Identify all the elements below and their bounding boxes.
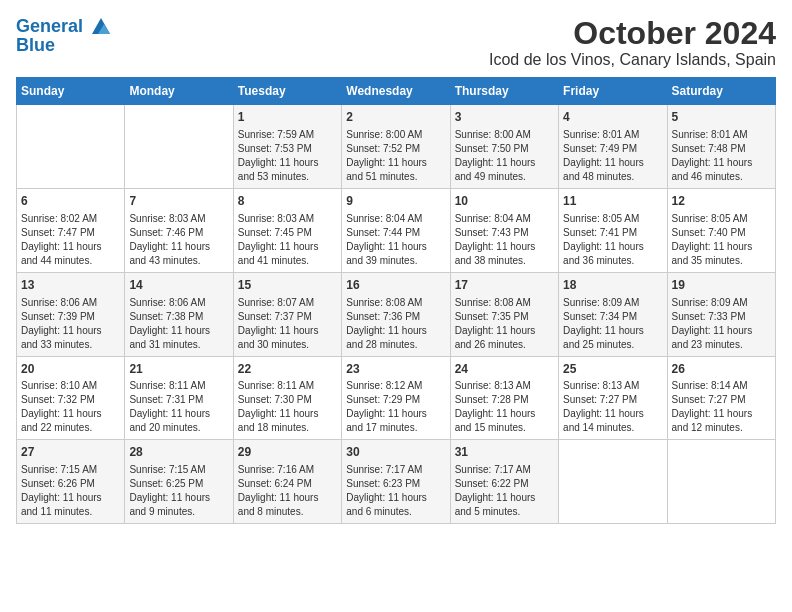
calendar-cell: 8Sunrise: 8:03 AMSunset: 7:45 PMDaylight… bbox=[233, 188, 341, 272]
header-wednesday: Wednesday bbox=[342, 78, 450, 105]
calendar-cell bbox=[17, 105, 125, 189]
cell-info: Sunrise: 8:04 AMSunset: 7:43 PMDaylight:… bbox=[455, 212, 554, 268]
calendar-cell: 13Sunrise: 8:06 AMSunset: 7:39 PMDayligh… bbox=[17, 272, 125, 356]
header-monday: Monday bbox=[125, 78, 233, 105]
calendar-cell: 31Sunrise: 7:17 AMSunset: 6:22 PMDayligh… bbox=[450, 440, 558, 524]
calendar-cell: 15Sunrise: 8:07 AMSunset: 7:37 PMDayligh… bbox=[233, 272, 341, 356]
cell-info: Sunrise: 7:16 AMSunset: 6:24 PMDaylight:… bbox=[238, 463, 337, 519]
calendar-cell: 1Sunrise: 7:59 AMSunset: 7:53 PMDaylight… bbox=[233, 105, 341, 189]
cell-info: Sunrise: 8:09 AMSunset: 7:33 PMDaylight:… bbox=[672, 296, 771, 352]
calendar-cell: 23Sunrise: 8:12 AMSunset: 7:29 PMDayligh… bbox=[342, 356, 450, 440]
cell-info: Sunrise: 7:17 AMSunset: 6:23 PMDaylight:… bbox=[346, 463, 445, 519]
day-number: 13 bbox=[21, 277, 120, 294]
day-number: 29 bbox=[238, 444, 337, 461]
header-thursday: Thursday bbox=[450, 78, 558, 105]
day-number: 31 bbox=[455, 444, 554, 461]
day-number: 14 bbox=[129, 277, 228, 294]
day-number: 19 bbox=[672, 277, 771, 294]
calendar-cell: 24Sunrise: 8:13 AMSunset: 7:28 PMDayligh… bbox=[450, 356, 558, 440]
cell-info: Sunrise: 7:17 AMSunset: 6:22 PMDaylight:… bbox=[455, 463, 554, 519]
calendar-cell: 4Sunrise: 8:01 AMSunset: 7:49 PMDaylight… bbox=[559, 105, 667, 189]
week-row-4: 20Sunrise: 8:10 AMSunset: 7:32 PMDayligh… bbox=[17, 356, 776, 440]
calendar-cell: 14Sunrise: 8:06 AMSunset: 7:38 PMDayligh… bbox=[125, 272, 233, 356]
calendar-cell: 19Sunrise: 8:09 AMSunset: 7:33 PMDayligh… bbox=[667, 272, 775, 356]
day-number: 4 bbox=[563, 109, 662, 126]
logo-blue: Blue bbox=[16, 36, 112, 56]
day-number: 12 bbox=[672, 193, 771, 210]
cell-info: Sunrise: 8:02 AMSunset: 7:47 PMDaylight:… bbox=[21, 212, 120, 268]
day-number: 24 bbox=[455, 361, 554, 378]
week-row-2: 6Sunrise: 8:02 AMSunset: 7:47 PMDaylight… bbox=[17, 188, 776, 272]
cell-info: Sunrise: 8:05 AMSunset: 7:41 PMDaylight:… bbox=[563, 212, 662, 268]
calendar-cell: 28Sunrise: 7:15 AMSunset: 6:25 PMDayligh… bbox=[125, 440, 233, 524]
cell-info: Sunrise: 8:03 AMSunset: 7:46 PMDaylight:… bbox=[129, 212, 228, 268]
calendar-cell: 18Sunrise: 8:09 AMSunset: 7:34 PMDayligh… bbox=[559, 272, 667, 356]
cell-info: Sunrise: 8:09 AMSunset: 7:34 PMDaylight:… bbox=[563, 296, 662, 352]
cell-info: Sunrise: 8:11 AMSunset: 7:31 PMDaylight:… bbox=[129, 379, 228, 435]
week-row-5: 27Sunrise: 7:15 AMSunset: 6:26 PMDayligh… bbox=[17, 440, 776, 524]
day-number: 10 bbox=[455, 193, 554, 210]
calendar-cell: 3Sunrise: 8:00 AMSunset: 7:50 PMDaylight… bbox=[450, 105, 558, 189]
calendar-cell: 2Sunrise: 8:00 AMSunset: 7:52 PMDaylight… bbox=[342, 105, 450, 189]
calendar-cell: 26Sunrise: 8:14 AMSunset: 7:27 PMDayligh… bbox=[667, 356, 775, 440]
cell-info: Sunrise: 7:15 AMSunset: 6:26 PMDaylight:… bbox=[21, 463, 120, 519]
calendar-cell: 9Sunrise: 8:04 AMSunset: 7:44 PMDaylight… bbox=[342, 188, 450, 272]
cell-info: Sunrise: 8:13 AMSunset: 7:28 PMDaylight:… bbox=[455, 379, 554, 435]
cell-info: Sunrise: 8:00 AMSunset: 7:52 PMDaylight:… bbox=[346, 128, 445, 184]
day-number: 9 bbox=[346, 193, 445, 210]
calendar-cell: 20Sunrise: 8:10 AMSunset: 7:32 PMDayligh… bbox=[17, 356, 125, 440]
calendar-title: October 2024 bbox=[489, 16, 776, 51]
day-number: 5 bbox=[672, 109, 771, 126]
calendar-cell: 11Sunrise: 8:05 AMSunset: 7:41 PMDayligh… bbox=[559, 188, 667, 272]
cell-info: Sunrise: 8:00 AMSunset: 7:50 PMDaylight:… bbox=[455, 128, 554, 184]
day-number: 17 bbox=[455, 277, 554, 294]
cell-info: Sunrise: 8:07 AMSunset: 7:37 PMDaylight:… bbox=[238, 296, 337, 352]
calendar-cell: 29Sunrise: 7:16 AMSunset: 6:24 PMDayligh… bbox=[233, 440, 341, 524]
week-row-1: 1Sunrise: 7:59 AMSunset: 7:53 PMDaylight… bbox=[17, 105, 776, 189]
cell-info: Sunrise: 8:11 AMSunset: 7:30 PMDaylight:… bbox=[238, 379, 337, 435]
day-number: 21 bbox=[129, 361, 228, 378]
day-number: 22 bbox=[238, 361, 337, 378]
calendar-cell: 17Sunrise: 8:08 AMSunset: 7:35 PMDayligh… bbox=[450, 272, 558, 356]
calendar-cell: 30Sunrise: 7:17 AMSunset: 6:23 PMDayligh… bbox=[342, 440, 450, 524]
day-number: 2 bbox=[346, 109, 445, 126]
title-block: October 2024 Icod de los Vinos, Canary I… bbox=[489, 16, 776, 69]
cell-info: Sunrise: 7:59 AMSunset: 7:53 PMDaylight:… bbox=[238, 128, 337, 184]
page-header: General Blue October 2024 Icod de los Vi… bbox=[16, 16, 776, 69]
calendar-cell: 16Sunrise: 8:08 AMSunset: 7:36 PMDayligh… bbox=[342, 272, 450, 356]
cell-info: Sunrise: 8:13 AMSunset: 7:27 PMDaylight:… bbox=[563, 379, 662, 435]
day-number: 30 bbox=[346, 444, 445, 461]
header-saturday: Saturday bbox=[667, 78, 775, 105]
calendar-cell: 21Sunrise: 8:11 AMSunset: 7:31 PMDayligh… bbox=[125, 356, 233, 440]
day-number: 28 bbox=[129, 444, 228, 461]
calendar-table: SundayMondayTuesdayWednesdayThursdayFrid… bbox=[16, 77, 776, 524]
day-number: 16 bbox=[346, 277, 445, 294]
cell-info: Sunrise: 8:08 AMSunset: 7:36 PMDaylight:… bbox=[346, 296, 445, 352]
day-number: 23 bbox=[346, 361, 445, 378]
day-number: 6 bbox=[21, 193, 120, 210]
header-sunday: Sunday bbox=[17, 78, 125, 105]
calendar-cell: 12Sunrise: 8:05 AMSunset: 7:40 PMDayligh… bbox=[667, 188, 775, 272]
cell-info: Sunrise: 8:03 AMSunset: 7:45 PMDaylight:… bbox=[238, 212, 337, 268]
calendar-cell bbox=[125, 105, 233, 189]
day-number: 27 bbox=[21, 444, 120, 461]
cell-info: Sunrise: 8:06 AMSunset: 7:39 PMDaylight:… bbox=[21, 296, 120, 352]
day-number: 25 bbox=[563, 361, 662, 378]
header-row: SundayMondayTuesdayWednesdayThursdayFrid… bbox=[17, 78, 776, 105]
calendar-cell: 22Sunrise: 8:11 AMSunset: 7:30 PMDayligh… bbox=[233, 356, 341, 440]
cell-info: Sunrise: 8:04 AMSunset: 7:44 PMDaylight:… bbox=[346, 212, 445, 268]
calendar-cell: 7Sunrise: 8:03 AMSunset: 7:46 PMDaylight… bbox=[125, 188, 233, 272]
day-number: 15 bbox=[238, 277, 337, 294]
logo: General Blue bbox=[16, 16, 112, 56]
cell-info: Sunrise: 8:08 AMSunset: 7:35 PMDaylight:… bbox=[455, 296, 554, 352]
day-number: 26 bbox=[672, 361, 771, 378]
day-number: 11 bbox=[563, 193, 662, 210]
day-number: 7 bbox=[129, 193, 228, 210]
cell-info: Sunrise: 8:01 AMSunset: 7:48 PMDaylight:… bbox=[672, 128, 771, 184]
header-friday: Friday bbox=[559, 78, 667, 105]
day-number: 3 bbox=[455, 109, 554, 126]
cell-info: Sunrise: 8:10 AMSunset: 7:32 PMDaylight:… bbox=[21, 379, 120, 435]
day-number: 8 bbox=[238, 193, 337, 210]
logo-icon bbox=[90, 16, 112, 38]
calendar-cell bbox=[559, 440, 667, 524]
